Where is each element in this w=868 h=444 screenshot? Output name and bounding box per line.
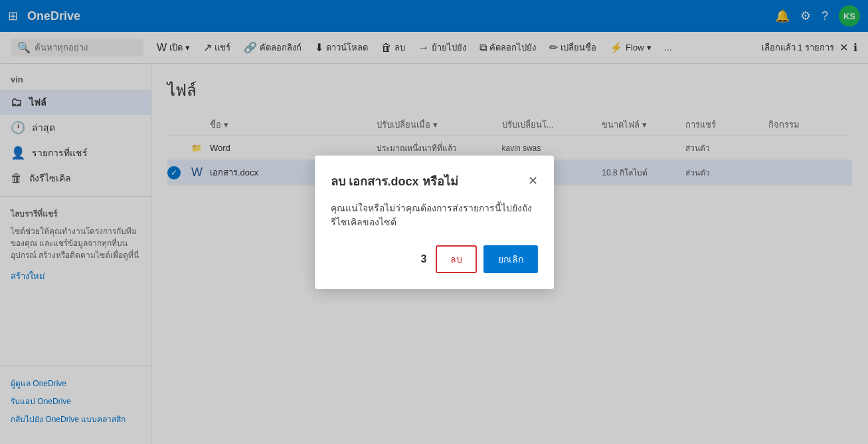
dialog-overlay: ลบ เอกสาร.docx หรือไม่ ✕ คุณแน่ใจหรือไม่… <box>0 0 868 444</box>
step-number: 3 <box>421 253 427 265</box>
dialog-body: คุณแน่ใจหรือไม่ว่าคุณต้องการส่งรายการนี้… <box>331 201 538 229</box>
dialog-close-icon[interactable]: ✕ <box>528 173 538 188</box>
dialog-footer: 3 ลบ ยกเลิก <box>331 245 538 273</box>
dialog-title: ลบ เอกสาร.docx หรือไม่ <box>331 171 458 191</box>
cancel-delete-button[interactable]: ยกเลิก <box>483 245 538 273</box>
dialog-header: ลบ เอกสาร.docx หรือไม่ ✕ <box>331 171 538 191</box>
confirm-delete-button[interactable]: ลบ <box>436 245 477 273</box>
delete-dialog: ลบ เอกสาร.docx หรือไม่ ✕ คุณแน่ใจหรือไม่… <box>315 156 554 289</box>
